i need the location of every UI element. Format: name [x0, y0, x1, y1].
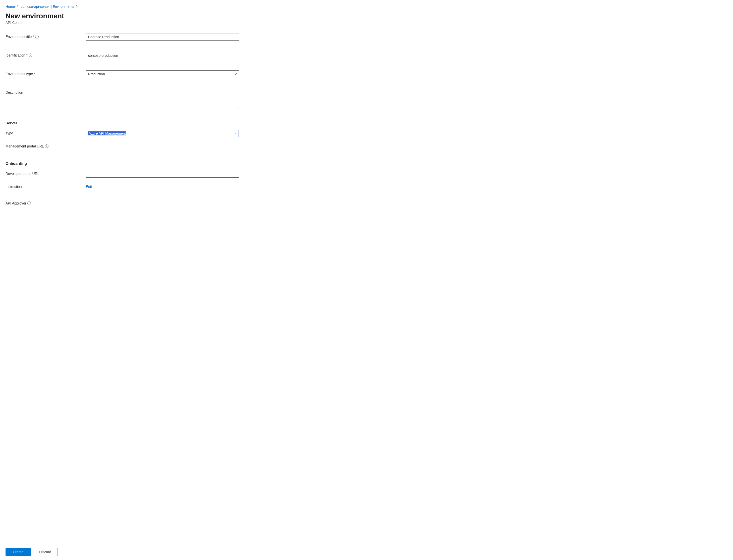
instructions-label: Instructions	[6, 185, 24, 189]
identification-input[interactable]	[86, 52, 239, 59]
required-indicator: *	[33, 35, 34, 39]
info-icon[interactable]: i	[45, 144, 48, 148]
breadcrumb: Home contoso-api-center | Environments	[6, 5, 727, 9]
environment-type-label: Environment type	[6, 72, 33, 76]
footer-bar: Create Discard	[0, 544, 733, 560]
breadcrumb-home[interactable]: Home	[6, 5, 15, 9]
developer-portal-url-label: Developer portal URL	[6, 172, 39, 176]
environment-type-select[interactable]: Production	[86, 70, 239, 78]
server-type-select[interactable]: Azure API Management	[86, 130, 239, 137]
discard-button[interactable]: Discard	[33, 548, 58, 556]
more-actions-button[interactable]: ···	[68, 14, 72, 18]
page-subtitle: API Center	[6, 21, 727, 25]
description-textarea[interactable]	[86, 89, 239, 109]
info-icon[interactable]: i	[27, 201, 31, 205]
description-label: Description	[6, 90, 23, 94]
breadcrumb-resource[interactable]: contoso-api-center | Environments	[21, 5, 74, 9]
environment-title-input[interactable]	[86, 33, 239, 41]
identification-label: Identification	[6, 53, 25, 57]
chevron-down-icon	[234, 132, 237, 134]
environment-type-value: Production	[88, 72, 105, 76]
required-indicator: *	[34, 72, 35, 76]
chevron-right-icon	[17, 5, 19, 8]
required-indicator: *	[26, 53, 28, 57]
server-type-value: Azure API Management	[88, 131, 126, 135]
api-approver-label: API Approver	[6, 201, 26, 205]
page-title: New environment	[6, 12, 64, 20]
chevron-right-icon	[76, 5, 78, 8]
server-heading: Server	[6, 121, 727, 125]
management-portal-url-input[interactable]	[86, 143, 239, 150]
server-type-label: Type	[6, 131, 13, 135]
instructions-edit-link[interactable]: Edit	[86, 185, 92, 189]
management-portal-url-label: Management portal URL	[6, 144, 44, 148]
chevron-down-icon	[234, 73, 237, 75]
developer-portal-url-input[interactable]	[86, 170, 239, 178]
create-button[interactable]: Create	[6, 548, 31, 556]
environment-title-label: Environment title	[6, 35, 32, 39]
info-icon[interactable]: i	[35, 35, 39, 38]
info-icon[interactable]: i	[29, 54, 32, 57]
onboarding-heading: Onboarding	[6, 161, 727, 166]
api-approver-input[interactable]	[86, 200, 239, 207]
